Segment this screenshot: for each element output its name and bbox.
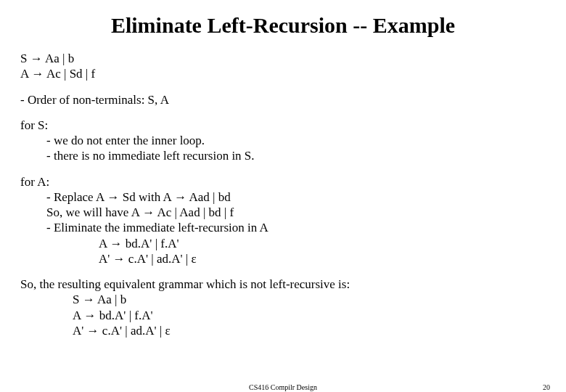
grammar-rule-s: S → Aa | b [20,51,546,66]
text: c.A' | ad.A' | ε [126,252,197,266]
for-s-line: - there is no immediate left recursion i… [20,148,546,163]
text: Aa | b [95,293,127,306]
for-s-line: - we do not enter the inner loop. [20,133,546,148]
arrow-icon: → [110,237,123,250]
page-number: 20 [543,383,550,391]
arrow-icon: → [174,190,186,204]
initial-grammar: S → Aa | b A → Ac | Sd | f [20,51,546,82]
result-head: So, the resulting equivalent grammar whi… [20,277,546,292]
arrow-icon: → [30,52,43,65]
grammar-rule-a: A → Ac | Sd | f [20,66,546,81]
text: c.A' | ad.A' | ε [99,324,171,338]
text: Aad | bd [186,190,231,204]
arrow-icon: → [83,293,95,306]
result-rule-s: S → Aa | b [20,292,546,307]
result-rule-a: A → bd.A' | f.A' [20,308,546,323]
text: Ac | Aad | bd | f [155,205,234,219]
for-a-head: for A: [20,174,546,189]
for-a-replace: - Replace A → Sd with A → Aad | bd [20,189,546,205]
footer-course: CS416 Compilr Design [249,383,317,391]
for-a-rule1: A → bd.A' | f.A' [20,236,546,251]
rule-text: Ac | Sd | f [44,67,96,81]
for-a-so: So, we will have A → Ac | Aad | bd | f [20,205,546,220]
text: Sd with A [120,190,175,204]
for-s-block: for S: - we do not enter the inner loop.… [20,118,546,164]
text: S [73,293,83,306]
text: A' [99,252,113,266]
arrow-icon: → [107,190,120,204]
slide-title: Eliminate Left-Recursion -- Example [20,13,546,38]
text: So, we will have A [46,205,142,219]
arrow-icon: → [113,252,126,266]
for-a-rule2: A' → c.A' | ad.A' | ε [20,251,546,266]
result-block: So, the resulting equivalent grammar whi… [20,277,546,338]
text: - Replace A [46,190,107,204]
arrow-icon: → [32,67,44,81]
text: bd.A' | f.A' [123,237,179,250]
text: A [73,309,84,322]
rule-text: Aa | b [43,52,75,65]
arrow-icon: → [84,309,97,322]
rule-text: A [20,67,32,81]
for-a-elim: - Eliminate the immediate left-recursion… [20,220,546,235]
for-a-block: for A: - Replace A → Sd with A → Aad | b… [20,174,546,267]
slide-body: S → Aa | b A → Ac | Sd | f - Order of no… [20,51,546,338]
result-rule-aprime: A' → c.A' | ad.A' | ε [20,323,546,338]
arrow-icon: → [142,205,155,219]
text: A [99,237,110,250]
text: bd.A' | f.A' [97,309,153,322]
slide: Eliminate Left-Recursion -- Example S → … [0,0,566,392]
rule-text: S [20,52,30,65]
text: A' [73,324,87,338]
for-s-head: for S: [20,118,546,133]
arrow-icon: → [87,324,99,338]
order-line: - Order of non-terminals: S, A [20,92,546,107]
